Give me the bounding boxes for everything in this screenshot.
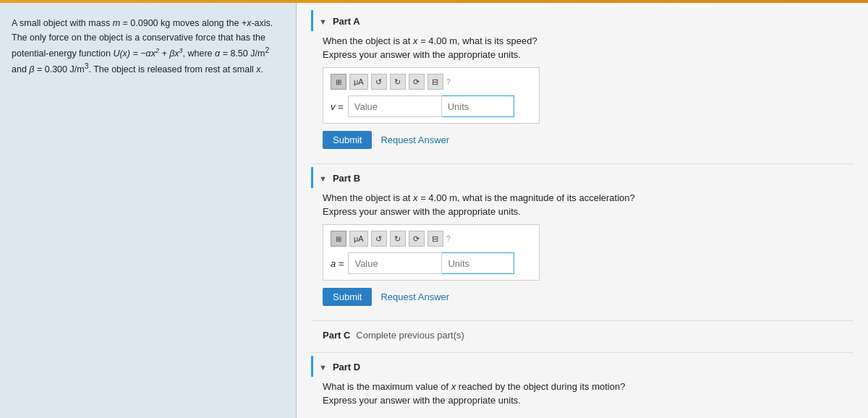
part-d-header: ▼ Part D [311,356,854,377]
part-a-answer-box: ⊞ μΑ ↺ ↻ ⟳ ⊟ ? v = [323,67,540,124]
top-bar [0,0,868,3]
part-b-mu-symbol: μΑ [354,234,364,243]
part-b-variable-label: a = [331,258,344,269]
part-b-collapse-arrow[interactable]: ▼ [319,174,327,183]
part-a-collapse-arrow[interactable]: ▼ [319,17,327,26]
part-b-grid-button[interactable]: ⊞ [331,231,346,247]
part-a-mu-button[interactable]: μΑ [349,74,368,90]
part-b-undo-button[interactable]: ↺ [371,231,387,247]
part-d-collapse-arrow[interactable]: ▼ [319,363,327,372]
part-b-mu-button[interactable]: μΑ [349,231,368,247]
part-a-request-answer-link[interactable]: Request Answer [380,135,449,145]
part-d-content: What is the maximum value of x reached b… [311,381,854,418]
part-a-undo-button[interactable]: ↺ [371,74,387,90]
part-b-refresh-button[interactable]: ⟳ [409,231,425,247]
part-c-section: Part C Complete previous part(s) [311,324,854,345]
part-b-input-row: a = [331,252,532,274]
part-d-section: ▼ Part D What is the maximum value of x … [311,356,854,418]
part-b-answer-box: ⊞ μΑ ↺ ↻ ⟳ ⊟ ? a = [323,224,540,281]
part-a-submit-button[interactable]: Submit [323,131,372,149]
part-a-content: When the object is at x = 4.00 m, what i… [311,35,854,156]
part-a-grid-button[interactable]: ⊞ [331,74,346,90]
part-b-title: Part B [333,173,360,184]
part-c-title: Part C [323,330,350,341]
part-a-mu-symbol: μΑ [354,77,364,86]
part-c-row: Part C Complete previous part(s) [311,324,854,345]
part-b-action-row: Submit Request Answer [323,288,854,306]
problem-description: A small object with mass m = 0.0900 kg m… [12,16,284,77]
part-a-redo-button[interactable]: ↻ [390,74,406,90]
part-a-toolbar: ⊞ μΑ ↺ ↻ ⟳ ⊟ ? [331,74,532,90]
part-d-instruction: Express your answer with the appropriate… [323,395,854,406]
part-b-value-input[interactable] [348,252,442,274]
part-a-action-row: Submit Request Answer [323,131,854,149]
part-b-instruction: Express your answer with the appropriate… [323,206,854,217]
part-a-help-symbol: ? [446,77,451,86]
part-a-section: ▼ Part A When the object is at x = 4.00 … [311,10,854,156]
divider-a-b [311,163,854,164]
part-d-question: What is the maximum value of x reached b… [323,381,854,392]
part-a-units-input[interactable] [442,95,514,117]
part-b-header: ▼ Part B [311,167,854,188]
part-c-status-text: Complete previous part(s) [356,330,464,341]
part-a-variable-label: v = [331,101,344,112]
part-b-redo-button[interactable]: ↻ [390,231,406,247]
part-b-units-input[interactable] [442,252,514,274]
part-a-refresh-button[interactable]: ⟳ [409,74,425,90]
part-b-help-symbol: ? [446,234,451,243]
answers-panel: ▼ Part A When the object is at x = 4.00 … [297,3,868,418]
part-a-question: When the object is at x = 4.00 m, what i… [323,35,854,46]
divider-c-d [311,352,854,353]
part-d-title: Part D [333,362,360,372]
part-a-instruction: Express your answer with the appropriate… [323,49,854,60]
part-b-section: ▼ Part B When the object is at x = 4.00 … [311,167,854,313]
part-a-keyboard-button[interactable]: ⊟ [427,74,443,90]
part-b-toolbar: ⊞ μΑ ↺ ↻ ⟳ ⊟ ? [331,231,532,247]
divider-b-c [311,320,854,321]
part-a-input-row: v = [331,95,532,117]
part-b-question: When the object is at x = 4.00 m, what i… [323,192,854,203]
part-b-keyboard-button[interactable]: ⊟ [427,231,443,247]
part-b-request-answer-link[interactable]: Request Answer [380,291,449,302]
part-b-submit-button[interactable]: Submit [323,288,372,306]
part-a-value-input[interactable] [348,95,442,117]
part-a-header: ▼ Part A [311,10,854,31]
problem-description-panel: A small object with mass m = 0.0900 kg m… [0,3,297,418]
part-b-content: When the object is at x = 4.00 m, what i… [311,192,854,313]
part-a-title: Part A [333,16,360,27]
